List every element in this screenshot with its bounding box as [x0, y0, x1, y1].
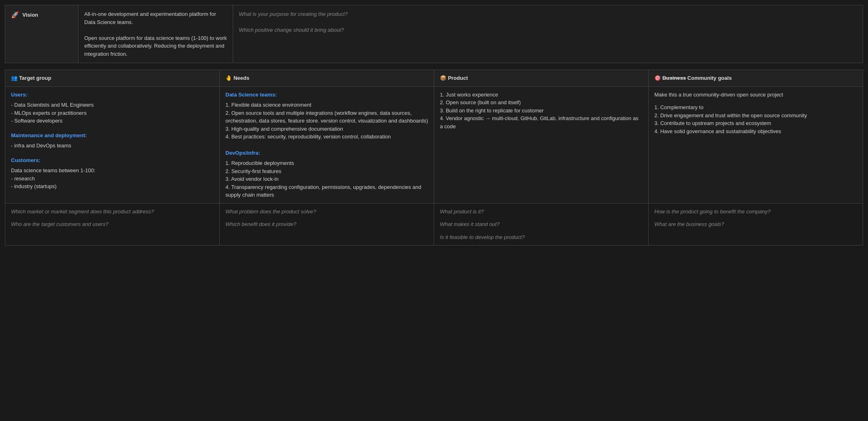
target-content-cell: Users: - Data Scientists and ML Engineer… [5, 86, 220, 203]
target-label: Target group [19, 75, 51, 81]
product-content: 1. Just works experience 2. Open source … [440, 91, 643, 131]
customers-content: Data science teams between 1-100: - rese… [11, 167, 214, 191]
hint-target-h2: Who are the target customers and users? [11, 220, 214, 228]
hint-needs: What problem does the product solve? Whi… [220, 203, 434, 246]
biz-list: 1. Complementary to 2. Drive engagement … [654, 103, 857, 135]
hint-product-h2: What makes it stand out? [440, 220, 643, 228]
vision-content-line2: Open source platform for data science te… [84, 34, 227, 58]
page-wrapper: 🚀 Vision All-in-one development and expe… [0, 0, 868, 250]
target-icon: 👥 [11, 75, 17, 81]
vision-icon: 🚀 [11, 10, 19, 20]
needs-icon: 🤚 [225, 75, 232, 81]
maintenance-content: - infra and DevOps teams [11, 142, 214, 150]
hint-target: Which market or market segment does this… [5, 203, 220, 246]
hint-biz-h2: What are the business goals? [654, 220, 857, 228]
biz-label-strikethrough: Business [662, 75, 686, 81]
devops-label: DevOps/infra: [225, 149, 428, 157]
biz-content-cell: Make this a true community-driven open s… [649, 86, 863, 203]
product-icon: 📦 [440, 75, 446, 81]
biz-intro: Make this a true community-driven open s… [654, 91, 857, 99]
vision-header: 🚀 Vision [11, 10, 72, 20]
col-header-target: 👥 Target group [5, 70, 220, 87]
hint-product: What product is it? What makes it stand … [434, 203, 649, 246]
maintenance-label: Maintenance and deployment: [11, 132, 214, 140]
vision-label: Vision [22, 11, 38, 19]
vision-content-cell: All-in-one development and experimentati… [79, 5, 233, 63]
hint-needs-h1: What problem does the product solve? [225, 208, 428, 216]
customers-label: Customers: [11, 156, 214, 164]
product-content-cell: 1. Just works experience 2. Open source … [434, 86, 649, 203]
col-header-biz: 🎯 Business Community goals [649, 70, 863, 87]
hint-needs-h2: Which benefit does it provide? [225, 220, 428, 228]
needs-content-cell: Data Science teams: 1. Flexible data sci… [220, 86, 434, 203]
main-table: 👥 Target group 🤚 Needs 📦 Product 🎯 Busin… [5, 70, 863, 246]
hint-product-h1: What product is it? [440, 208, 643, 216]
ds-label: Data Science teams: [225, 91, 428, 99]
biz-icon: 🎯 [654, 75, 661, 81]
col-header-product: 📦 Product [434, 70, 649, 87]
vision-content-line1: All-in-one development and experimentati… [84, 10, 227, 26]
biz-label-normal: Community goals [686, 75, 732, 81]
vision-guide-q1: What is your purpose for creating the pr… [239, 10, 857, 18]
ds-content: 1. Flexible data science environment 2. … [225, 101, 428, 141]
col-header-needs: 🤚 Needs [220, 70, 434, 87]
devops-content: 1. Reproducible deployments 2. Security-… [225, 159, 428, 199]
vision-guide-q2: Which positive change should it bring ab… [239, 26, 857, 34]
hint-biz: How is the product going to benefit the … [649, 203, 863, 246]
hint-target-h1: Which market or market segment does this… [11, 208, 214, 216]
vision-header-cell: 🚀 Vision [5, 5, 79, 63]
hint-biz-h1: How is the product going to benefit the … [654, 208, 857, 216]
hint-product-h3: Is it feasible to develop the product? [440, 233, 643, 241]
vision-table: 🚀 Vision All-in-one development and expe… [5, 5, 863, 63]
users-content: - Data Scientists and ML Engineers - MLO… [11, 101, 214, 125]
product-label: Product [448, 75, 468, 81]
users-label: Users: [11, 91, 214, 99]
needs-label: Needs [234, 75, 249, 81]
vision-guide-cell: What is your purpose for creating the pr… [233, 5, 863, 63]
